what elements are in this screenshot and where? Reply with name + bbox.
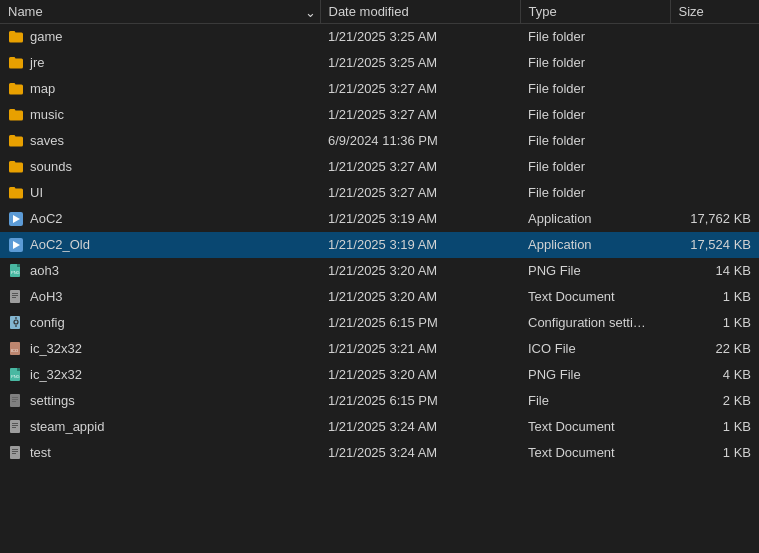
svg-rect-10 (12, 297, 16, 298)
file-size-cell (670, 24, 759, 50)
file-name-cell: UI (0, 180, 320, 206)
app-icon (8, 211, 24, 227)
folder-icon (8, 81, 24, 97)
file-date-cell: 6/9/2024 11:36 PM (320, 128, 520, 154)
file-date-cell: 1/21/2025 3:19 AM (320, 232, 520, 258)
col-header-date[interactable]: Date modified (320, 0, 520, 24)
file-date-cell: 1/21/2025 3:20 AM (320, 284, 520, 310)
svg-rect-30 (12, 451, 18, 452)
table-row[interactable]: AoC21/21/2025 3:19 AMApplication17,762 K… (0, 206, 759, 232)
table-row[interactable]: PNG aoh31/21/2025 3:20 AMPNG File14 KB (0, 258, 759, 284)
svg-text:PNG: PNG (11, 270, 20, 275)
file-date-cell: 1/21/2025 3:24 AM (320, 440, 520, 466)
table-row[interactable]: settings1/21/2025 6:15 PMFile2 KB (0, 388, 759, 414)
file-date-cell: 1/21/2025 3:27 AM (320, 154, 520, 180)
file-name-label: AoH3 (30, 289, 63, 304)
file-date-cell: 1/21/2025 3:19 AM (320, 206, 520, 232)
file-date-cell: 1/21/2025 3:27 AM (320, 102, 520, 128)
svg-rect-18 (17, 368, 20, 371)
folder-icon (8, 159, 24, 175)
table-row[interactable]: sounds1/21/2025 3:27 AMFile folder (0, 154, 759, 180)
table-row[interactable]: jre1/21/2025 3:25 AMFile folder (0, 50, 759, 76)
svg-rect-24 (10, 420, 20, 433)
table-row[interactable]: test1/21/2025 3:24 AMText Document1 KB (0, 440, 759, 466)
table-row[interactable]: steam_appid1/21/2025 3:24 AMText Documen… (0, 414, 759, 440)
file-name-cell: music (0, 102, 320, 128)
table-row[interactable]: music1/21/2025 3:27 AMFile folder (0, 102, 759, 128)
config-icon (8, 315, 24, 331)
file-name-cell: PNG ic_32x32 (0, 362, 320, 388)
png-icon: PNG (8, 367, 24, 383)
file-size-cell: 17,762 KB (670, 206, 759, 232)
file-name-label: sounds (30, 159, 72, 174)
file-type-cell: PNG File (520, 258, 670, 284)
file-name-label: aoh3 (30, 263, 59, 278)
svg-rect-8 (12, 293, 18, 294)
file-name-label: config (30, 315, 65, 330)
file-date-cell: 1/21/2025 3:25 AM (320, 24, 520, 50)
svg-rect-25 (12, 423, 18, 424)
file-size-cell (670, 50, 759, 76)
file-size-cell: 22 KB (670, 336, 759, 362)
svg-rect-7 (10, 290, 20, 303)
svg-rect-21 (12, 397, 18, 398)
folder-icon (8, 185, 24, 201)
file-name-label: map (30, 81, 55, 96)
file-type-cell: Text Document (520, 284, 670, 310)
file-type-cell: File folder (520, 180, 670, 206)
table-row[interactable]: AoC2_Old1/21/2025 3:19 AMApplication17,5… (0, 232, 759, 258)
file-type-cell: File folder (520, 128, 670, 154)
file-name-label: AoC2 (30, 211, 63, 226)
file-name-cell: config (0, 310, 320, 336)
file-name-cell: PNG aoh3 (0, 258, 320, 284)
file-size-cell (670, 76, 759, 102)
file-name-label: steam_appid (30, 419, 104, 434)
sort-arrow-name: ⌄ (305, 4, 316, 19)
table-row[interactable]: UI1/21/2025 3:27 AMFile folder (0, 180, 759, 206)
file-name-cell: map (0, 76, 320, 102)
svg-rect-27 (12, 427, 16, 428)
file-icon (8, 393, 24, 409)
folder-icon (8, 107, 24, 123)
file-name-label: game (30, 29, 63, 44)
table-row[interactable]: game1/21/2025 3:25 AMFile folder (0, 24, 759, 50)
file-explorer-table: Name ⌄ Date modified Type Size (0, 0, 759, 466)
file-name-cell: settings (0, 388, 320, 414)
file-name-cell: sounds (0, 154, 320, 180)
svg-rect-23 (12, 401, 16, 402)
file-date-cell: 1/21/2025 3:20 AM (320, 362, 520, 388)
ico-icon: ICO (8, 341, 24, 357)
app-icon (8, 237, 24, 253)
file-size-cell: 17,524 KB (670, 232, 759, 258)
col-header-type[interactable]: Type (520, 0, 670, 24)
file-type-cell: File folder (520, 24, 670, 50)
table-row[interactable]: config1/21/2025 6:15 PMConfiguration set… (0, 310, 759, 336)
file-size-cell: 2 KB (670, 388, 759, 414)
table-row[interactable]: AoH31/21/2025 3:20 AMText Document1 KB (0, 284, 759, 310)
file-name-cell: AoH3 (0, 284, 320, 310)
file-type-cell: File folder (520, 50, 670, 76)
svg-text:ICO: ICO (11, 348, 18, 353)
file-type-cell: PNG File (520, 362, 670, 388)
table-row[interactable]: map1/21/2025 3:27 AMFile folder (0, 76, 759, 102)
col-header-size[interactable]: Size (670, 0, 759, 24)
file-name-cell: ICO ic_32x32 (0, 336, 320, 362)
file-date-cell: 1/21/2025 3:27 AM (320, 76, 520, 102)
col-header-name[interactable]: Name ⌄ (0, 0, 320, 24)
table-row[interactable]: ICO ic_32x321/21/2025 3:21 AMICO File22 … (0, 336, 759, 362)
table-row[interactable]: saves6/9/2024 11:36 PMFile folder (0, 128, 759, 154)
file-date-cell: 1/21/2025 3:27 AM (320, 180, 520, 206)
column-header-row: Name ⌄ Date modified Type Size (0, 0, 759, 24)
text-icon (8, 289, 24, 305)
png-icon: PNG (8, 263, 24, 279)
text-icon (8, 445, 24, 461)
svg-rect-5 (17, 264, 20, 267)
folder-icon (8, 133, 24, 149)
file-size-cell: 1 KB (670, 284, 759, 310)
file-date-cell: 1/21/2025 3:21 AM (320, 336, 520, 362)
file-name-label: AoC2_Old (30, 237, 90, 252)
table-row[interactable]: PNG ic_32x321/21/2025 3:20 AMPNG File4 K… (0, 362, 759, 388)
file-name-cell: steam_appid (0, 414, 320, 440)
file-size-cell (670, 180, 759, 206)
file-name-cell: game (0, 24, 320, 50)
